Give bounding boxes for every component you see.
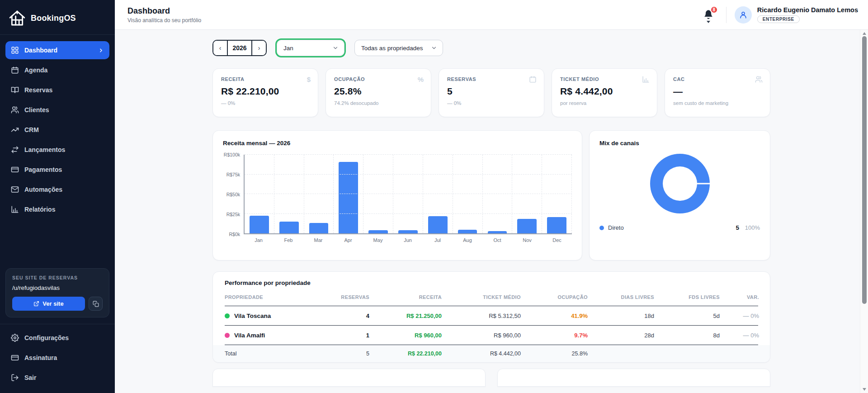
bar-slot (453, 155, 483, 233)
chevron-down-icon (431, 45, 437, 51)
bar-dec[interactable] (547, 217, 566, 233)
sidebar-item-pagamentos[interactable]: Pagamentos (5, 161, 109, 179)
bar-feb[interactable] (279, 222, 299, 233)
app-root: BookingOS Dashboard Agenda Reservas Clie… (0, 0, 868, 393)
legend-row-direto: Direto 5 100% (599, 224, 760, 231)
kpi-card-ocupacao: OCUPAÇÃO % 25.8% 74.2% desocupado (326, 68, 431, 117)
sidebar-item-lancamentos[interactable]: Lançamentos (5, 141, 109, 159)
dollar-icon: $ (307, 76, 311, 83)
credit-card-icon (11, 166, 19, 174)
plan-badge: ENTERPRISE (757, 15, 800, 23)
main-area: Dashboard Visão analítica do seu portfól… (115, 0, 868, 393)
bar-aug[interactable] (458, 230, 477, 233)
table-total-row: Total 5 R$ 22.210,00 R$ 4.442,00 25.8% (213, 345, 770, 362)
month-select[interactable]: Jan (277, 40, 344, 56)
trending-up-icon (11, 126, 19, 134)
sidebar-item-sair[interactable]: Sair (5, 369, 109, 387)
house-logo-icon (8, 9, 26, 27)
calendar-icon (11, 66, 19, 74)
scroll-area: ‹ 2026 › Jan Todas as propriedades (115, 30, 868, 393)
x-axis-label: Apr (333, 237, 363, 243)
copy-url-button[interactable] (89, 297, 103, 311)
bar-slot (274, 155, 304, 233)
kpi-row: RECEITA $ R$ 22.210,00 — 0% OCUPAÇÃO % 2… (212, 68, 770, 117)
y-axis-tick-label: R$100k (224, 152, 240, 157)
sidebar-item-crm[interactable]: CRM (5, 121, 109, 139)
gridline (245, 174, 572, 175)
brand: BookingOS (5, 5, 109, 33)
sidebar-item-assinatura[interactable]: Assinatura (5, 349, 109, 367)
ver-site-button[interactable]: Ver site (12, 297, 85, 311)
bar-apr[interactable] (339, 162, 358, 233)
bar-slot (304, 155, 334, 233)
year-value: 2026 (227, 41, 252, 55)
vertical-scrollbar[interactable] (860, 30, 868, 393)
bar-slot (512, 155, 542, 233)
sidebar-item-relatorios[interactable]: Relatórios (5, 200, 109, 218)
scroll-down-arrow[interactable] (863, 388, 866, 391)
bar-slot (483, 155, 513, 233)
scrollbar-thumb[interactable] (862, 36, 867, 304)
below-fold-cards (212, 369, 770, 387)
bar-slot (423, 155, 453, 233)
brand-name: BookingOS (31, 14, 76, 23)
bar-slot (393, 155, 423, 233)
channel-mix-card: Mix de canais Direto 5 100% (589, 130, 770, 260)
table-row[interactable]: Vila Amalfi 1 R$ 960,00 R$ 960,00 9.7% 2… (225, 326, 758, 345)
sidebar: BookingOS Dashboard Agenda Reservas Clie… (0, 0, 115, 393)
property-select[interactable]: Todas as propriedades (354, 40, 443, 56)
book-open-icon (11, 86, 19, 94)
gear-icon (11, 334, 19, 342)
x-axis-label: Oct (482, 237, 512, 243)
x-axis-label: Feb (274, 237, 303, 243)
y-axis-tick-label: R$50k (226, 192, 240, 197)
avatar[interactable] (735, 6, 752, 24)
bar-nov[interactable] (517, 219, 537, 233)
bar-chart-icon (11, 205, 19, 213)
sidebar-nav: Dashboard Agenda Reservas Clientes CRM (5, 41, 109, 220)
x-axis-label: Mar (303, 237, 333, 243)
prev-year-button[interactable]: ‹ (213, 41, 227, 55)
sidebar-item-dashboard[interactable]: Dashboard (5, 41, 109, 59)
table-header-row: PROPRIEDADE RESERVAS RECEITA TICKET MÉDI… (225, 288, 758, 306)
chevron-right-icon (98, 47, 104, 53)
dashboard-icon (11, 46, 19, 54)
bar-jan[interactable] (250, 216, 269, 233)
sidebar-item-reservas[interactable]: Reservas (5, 81, 109, 99)
sidebar-divider (0, 34, 115, 35)
booking-site-card: SEU SITE DE RESERVAS /u/refugiodasvilas … (5, 268, 109, 317)
next-year-button[interactable]: › (252, 41, 266, 55)
bar-jul[interactable] (428, 216, 448, 233)
bar-mar[interactable] (309, 223, 329, 233)
sidebar-bottom-nav: Configurações Assinatura Sair (5, 329, 109, 388)
bar-oct[interactable] (488, 231, 507, 233)
percent-icon: % (418, 76, 424, 83)
year-stepper: ‹ 2026 › (212, 40, 267, 56)
kpi-card-ticket-medio: TICKET MÉDIO R$ 4.442,00 por reserva (552, 68, 657, 117)
kpi-card-cac: CAC — sem custo de marketing (665, 68, 770, 117)
top-header: Dashboard Visão analítica do seu portfól… (115, 0, 868, 30)
chevron-down-icon (707, 21, 710, 23)
donut-chart (650, 154, 710, 213)
credit-card-icon (11, 354, 19, 362)
sidebar-item-configuracoes[interactable]: Configurações (5, 329, 109, 347)
bar-chart: R$0kR$25kR$50kR$75kR$100k JanFebMarAprMa… (223, 155, 572, 243)
gridline (245, 213, 572, 214)
table-row[interactable]: Vila Toscana 4 R$ 21.250,00 R$ 5.312,50 … (225, 306, 758, 326)
bar-slot (334, 155, 363, 233)
header-divider (726, 7, 726, 23)
scroll-up-arrow[interactable] (863, 32, 866, 35)
sidebar-item-clientes[interactable]: Clientes (5, 101, 109, 119)
calendar-icon (529, 76, 537, 85)
sidebar-item-agenda[interactable]: Agenda (5, 61, 109, 79)
legend-percent: 100% (739, 224, 760, 231)
sidebar-item-automacoes[interactable]: Automações (5, 180, 109, 199)
below-fold-card (497, 369, 770, 387)
notification-badge: 8 (710, 6, 718, 14)
notifications-button[interactable]: 8 (703, 8, 716, 22)
x-axis-label: Jun (393, 237, 423, 243)
gridline (245, 154, 572, 155)
bar-may[interactable] (368, 230, 388, 233)
bar-jun[interactable] (398, 230, 418, 233)
x-axis-label: Nov (512, 237, 542, 243)
